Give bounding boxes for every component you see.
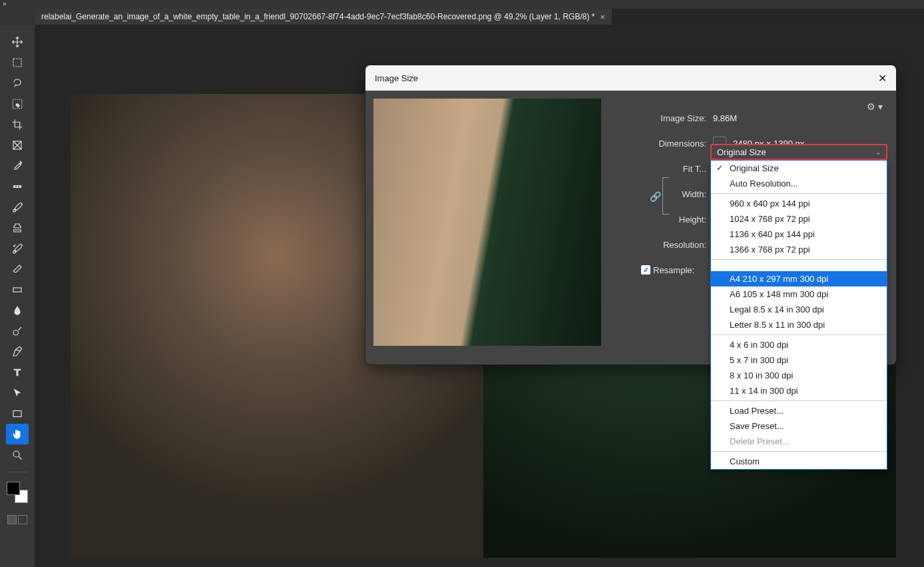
svg-point-6 [19, 186, 21, 187]
dialog-title-text: Image Size [375, 73, 418, 83]
document-tab-title: relabelai_Generate_an_image_of_a_white_e… [41, 12, 594, 21]
clone-stamp-tool[interactable] [6, 217, 29, 238]
svg-point-5 [17, 186, 18, 187]
fit-to-menu-item: Delete Preset... [711, 434, 887, 449]
menu-separator [711, 259, 887, 260]
fit-to-menu-item[interactable]: Auto Resolution... [711, 176, 887, 191]
close-icon[interactable]: × [600, 12, 605, 22]
blur-tool[interactable] [6, 300, 29, 320]
link-bracket [662, 177, 669, 215]
frame-tool[interactable] [6, 135, 29, 155]
menu-gap [711, 262, 887, 271]
close-icon[interactable]: ✕ [878, 72, 887, 85]
image-size-value: 9.86M [713, 113, 737, 123]
svg-rect-9 [13, 410, 21, 416]
svg-rect-7 [13, 288, 21, 292]
fit-to-menu-item[interactable]: A4 210 x 297 mm 300 dpi [711, 271, 887, 286]
history-brush-tool[interactable] [6, 238, 29, 259]
fit-to-menu-item[interactable]: 11 x 14 in 300 dpi [711, 383, 887, 398]
brush-tool[interactable] [6, 197, 29, 217]
height-label: Height: [614, 215, 706, 225]
zoom-tool[interactable] [6, 444, 29, 465]
crop-tool[interactable] [6, 114, 29, 135]
fit-to-dropdown[interactable]: Original Size ⌄ [710, 144, 887, 160]
menu-separator [711, 400, 887, 401]
svg-point-8 [13, 330, 19, 335]
object-select-tool[interactable] [6, 93, 29, 114]
fit-to-menu-item[interactable]: Letter 8.5 x 11 in 300 dpi [711, 317, 887, 332]
foreground-color[interactable] [7, 482, 20, 495]
fit-to-menu-item[interactable]: Save Preset... [711, 418, 887, 434]
chevron-down-icon: ⌄ [875, 149, 881, 156]
type-tool[interactable] [6, 362, 29, 382]
hand-tool[interactable] [6, 424, 29, 444]
dodge-tool[interactable] [6, 320, 29, 341]
gear-icon[interactable]: ⚙ ▾ [867, 101, 883, 112]
document-tab-bar: relabelai_Generate_an_image_of_a_white_e… [35, 9, 924, 25]
marquee-tool[interactable] [6, 52, 29, 73]
eraser-tool[interactable] [6, 259, 29, 279]
pen-tool[interactable] [6, 341, 29, 362]
svg-point-4 [15, 186, 16, 187]
rectangle-tool[interactable] [6, 403, 29, 424]
fit-to-menu-item[interactable]: Load Preset... [711, 403, 887, 418]
eyedropper-tool[interactable] [6, 155, 29, 176]
fit-to-menu-item[interactable]: 1366 x 768 px 72 ppi [711, 242, 887, 257]
fit-to-selected: Original Size [717, 147, 766, 157]
fit-to-menu-item[interactable]: 5 x 7 in 300 dpi [711, 352, 887, 368]
fit-to-menu: Original SizeAuto Resolution...960 x 640… [710, 160, 887, 470]
fit-to-menu-item[interactable]: 1136 x 640 px 144 ppi [711, 227, 887, 242]
color-swatches[interactable] [7, 482, 28, 503]
tools-panel [0, 25, 35, 567]
resample-label: Resample: [653, 265, 694, 275]
healing-brush-tool[interactable] [6, 176, 29, 197]
panel-collapse[interactable]: » [0, 0, 35, 9]
fit-to-menu-item[interactable]: A6 105 x 148 mm 300 dpi [711, 286, 887, 302]
image-preview[interactable] [373, 99, 601, 346]
svg-point-10 [13, 451, 19, 457]
resample-checkbox[interactable]: ✓ [641, 265, 650, 275]
fit-to-menu-item[interactable]: Custom [711, 454, 887, 469]
dialog-titlebar[interactable]: Image Size ✕ [365, 65, 896, 91]
fit-to-menu-item[interactable]: Legal 8.5 x 14 in 300 dpi [711, 302, 887, 317]
fit-to-menu-item[interactable]: 960 x 640 px 144 ppi [711, 196, 887, 211]
fit-to-menu-item[interactable]: Original Size [711, 161, 887, 176]
dimensions-label: Dimensions: [614, 139, 706, 149]
document-tab[interactable]: relabelai_Generate_an_image_of_a_white_e… [35, 9, 612, 25]
menu-separator [711, 451, 887, 452]
path-select-tool[interactable] [6, 382, 29, 403]
fit-to-menu-item[interactable]: 4 x 6 in 300 dpi [711, 337, 887, 352]
fit-to-label: Fit T... [614, 164, 706, 174]
image-size-label: Image Size: [614, 113, 706, 123]
move-tool[interactable] [6, 31, 29, 52]
menu-separator [711, 193, 887, 194]
fit-to-menu-item[interactable]: 1024 x 768 px 72 ppi [711, 211, 887, 227]
svg-rect-0 [13, 59, 21, 67]
gradient-tool[interactable] [6, 279, 29, 300]
link-icon[interactable]: 🔗 [648, 180, 662, 213]
toolbar-divider [7, 472, 27, 472]
resample-row[interactable]: ✓ Resample: [641, 265, 694, 275]
menu-separator [711, 334, 887, 335]
screen-mode[interactable] [7, 515, 27, 524]
lasso-tool[interactable] [6, 73, 29, 93]
fit-to-menu-item[interactable]: 8 x 10 in 300 dpi [711, 368, 887, 383]
resolution-label: Resolution: [614, 240, 706, 250]
